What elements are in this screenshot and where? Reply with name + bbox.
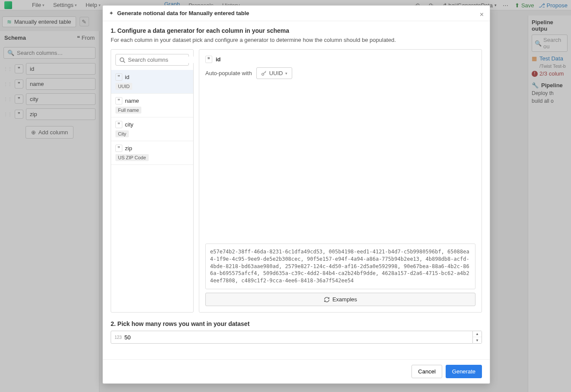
generator-select[interactable]: UUID ▾ bbox=[256, 67, 293, 79]
step2-title: 2. Pick how many rows you want in your d… bbox=[111, 320, 482, 327]
generator-badge: Full name bbox=[115, 107, 141, 114]
generate-data-modal: ✦ Generate notional data for Manually en… bbox=[102, 5, 490, 384]
generator-badge: US ZIP Code bbox=[115, 154, 149, 161]
svg-line-3 bbox=[263, 71, 266, 74]
row-count-down[interactable]: ▼ bbox=[473, 337, 482, 343]
cancel-button[interactable]: Cancel bbox=[412, 365, 442, 378]
row-count-input[interactable] bbox=[124, 334, 469, 341]
col-name: zip bbox=[125, 145, 132, 152]
step1-desc: For each column in your dataset pick and… bbox=[111, 37, 482, 43]
column-list-item[interactable]: ❞cityCity bbox=[111, 117, 193, 141]
close-button[interactable]: × bbox=[478, 9, 485, 20]
refresh-icon bbox=[324, 297, 330, 303]
string-type-icon: ❞ bbox=[115, 121, 122, 128]
step1-title: 1. Configure a data generator for each c… bbox=[111, 27, 482, 34]
string-type-icon: ❞ bbox=[205, 56, 212, 63]
column-detail: ❞ id Auto-populate with UUID ▾ e57e74b2-… bbox=[199, 49, 482, 313]
generator-badge: City bbox=[115, 130, 129, 137]
sparkle-icon: ✦ bbox=[109, 10, 114, 16]
modal-title: Generate notional data for Manually ente… bbox=[117, 10, 249, 16]
examples-output: e57e74b2-38ff-46da-8231-6c1dfa49cd53, 00… bbox=[205, 243, 475, 289]
string-type-icon: ❞ bbox=[115, 145, 122, 152]
col-name: id bbox=[125, 74, 129, 80]
column-list-item[interactable]: ❞zipUS ZIP Code bbox=[111, 141, 193, 165]
column-list-item[interactable]: ❞idUUID bbox=[111, 70, 193, 94]
search-icon bbox=[119, 57, 125, 63]
column-search-input[interactable] bbox=[128, 57, 201, 63]
column-list-item[interactable]: ❞nameFull name bbox=[111, 94, 193, 117]
string-type-icon: ❞ bbox=[115, 97, 122, 104]
number-type-icon: 123 bbox=[115, 335, 122, 340]
generate-button[interactable]: Generate bbox=[446, 365, 482, 378]
column-list-search[interactable] bbox=[115, 54, 189, 66]
autopopulate-label: Auto-populate with bbox=[205, 70, 252, 76]
svg-line-4 bbox=[265, 72, 266, 73]
generator-badge: UUID bbox=[115, 83, 132, 90]
svg-line-1 bbox=[124, 61, 125, 63]
column-list: ❞idUUID❞nameFull name❞cityCity❞zipUS ZIP… bbox=[111, 49, 194, 313]
row-count-field[interactable]: 123 bbox=[111, 331, 473, 344]
string-type-icon: ❞ bbox=[115, 73, 122, 81]
key-icon bbox=[261, 70, 267, 76]
svg-point-0 bbox=[120, 57, 124, 61]
row-count-up[interactable]: ▲ bbox=[473, 331, 482, 337]
chevron-down-icon: ▾ bbox=[285, 71, 287, 76]
col-name: name bbox=[125, 98, 139, 104]
col-name: city bbox=[125, 121, 134, 128]
examples-button[interactable]: Examples bbox=[205, 293, 475, 306]
detail-col-name: id bbox=[216, 56, 221, 63]
